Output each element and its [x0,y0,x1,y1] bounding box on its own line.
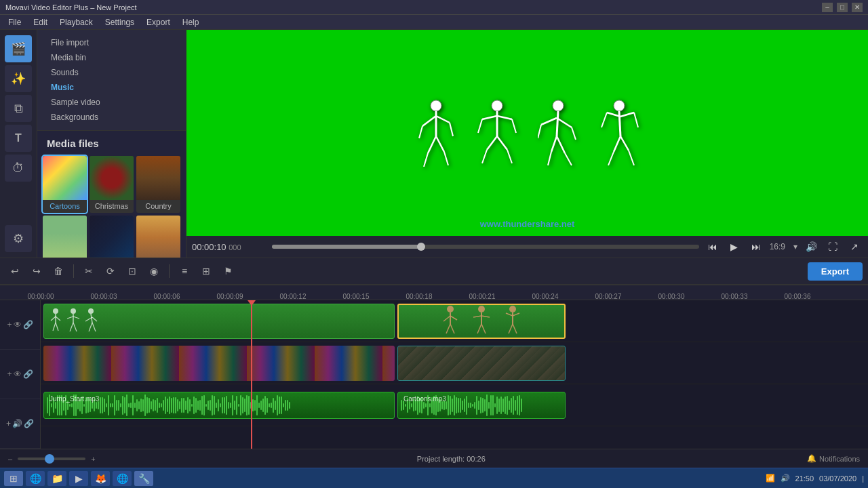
video-clip-1[interactable] [43,304,395,339]
menu-edit[interactable]: Edit [28,16,53,28]
track3-link-icon[interactable]: 🔗 [24,419,34,428]
track3-add-icon[interactable]: + [6,419,11,428]
close-button[interactable]: ✕ [852,3,863,12]
video-clip-2[interactable] [397,304,566,339]
svg-line-3 [436,116,450,123]
menu-playback[interactable]: Playback [54,16,98,28]
svg-line-25 [548,152,551,165]
scale-minus-icon[interactable]: – [8,455,12,463]
media-thumb-country[interactable]: Country [136,156,180,213]
picture-in-picture-button[interactable]: ⊞ [197,262,216,281]
svg-line-55 [92,317,97,321]
color-button[interactable]: ◉ [144,262,163,281]
fullscreen-button[interactable]: ⛶ [825,239,841,255]
taskbar-time: 21:50 [795,474,814,483]
svg-line-63 [450,324,454,333]
sidebar-history-icon[interactable]: ⏱ [5,155,32,182]
delete-button[interactable]: 🗑 [49,262,68,281]
audio-clip-1[interactable]: Jump_Start.mp3 [43,392,395,419]
media-thumb-dance-for-two[interactable]: Dance for Two [136,216,180,258]
minimize-button[interactable]: – [822,3,833,12]
track2-eye-icon[interactable]: 👁 [14,369,22,379]
scale-thumb[interactable] [45,454,54,464]
timeline-ruler: 00:00:00 00:00:03 00:00:06 00:00:09 00:0… [0,285,868,300]
copy-button[interactable]: ⟳ [101,262,120,281]
thumb-img-christmas [90,156,134,200]
taskbar-media-player-button[interactable]: ▶ [69,471,88,486]
share-button[interactable]: ↗ [846,239,863,255]
ruler-mark-9: 00:00:09 [217,293,243,300]
menu-export[interactable]: Export [141,16,176,28]
svg-line-14 [487,136,497,150]
volume-button[interactable]: 🔊 [803,239,819,255]
menu-help[interactable]: Help [177,16,205,28]
taskbar: ⊞ 🌐 📁 ▶ 🦊 🌐 🔧 📶 🔊 21:50 03/07/2020 | [0,468,868,488]
aspect-ratio-dropdown[interactable]: ▾ [793,242,797,251]
preview-area: www.thundershare.net 00:00:10 000 ⏮ ▶ ⏭ … [186,30,868,258]
svg-line-50 [70,323,73,331]
svg-line-21 [557,111,558,136]
play-button[interactable]: ▶ [726,239,743,255]
skip-back-button[interactable]: ⏮ [705,239,721,255]
track-add-icon[interactable]: + [7,320,12,329]
track-link-icon[interactable]: 🔗 [23,320,33,329]
svg-line-6 [436,136,444,152]
track2-link-icon[interactable]: 🔗 [23,369,33,379]
export-button[interactable]: Export [808,262,863,281]
cut-button[interactable]: ✂ [79,262,98,281]
bg-clip-1[interactable] [43,346,395,381]
sidebar-media-icon[interactable]: 🎬 [5,35,32,62]
nav-sounds[interactable]: Sounds [45,65,178,80]
nav-music[interactable]: Music [45,80,178,95]
svg-line-60 [443,316,450,321]
nav-backgrounds[interactable]: Backgrounds [45,110,178,125]
media-thumb-cyberpunk[interactable]: Cyberpunk [90,216,134,258]
sidebar-transitions-icon[interactable]: ⧉ [5,95,32,122]
taskbar-ie-button[interactable]: 🌐 [26,471,45,486]
taskbar-chrome-button[interactable]: 🌐 [113,471,132,486]
flag-button[interactable]: ⚑ [218,262,237,281]
svg-point-46 [71,308,76,314]
media-thumb-cartoons[interactable]: Cartoons [43,156,87,213]
track3-vol-icon[interactable]: 🔊 [12,419,22,428]
nav-file-import[interactable]: File import [45,35,178,50]
menu-settings[interactable]: Settings [100,16,140,28]
taskbar-movavi-button[interactable]: 🔧 [134,471,153,486]
redo-button[interactable]: ↪ [27,262,46,281]
ruler-mark-3: 00:00:03 [91,293,117,300]
undo-button[interactable]: ↩ [5,262,24,281]
scale-slider[interactable] [18,458,85,460]
media-nav: File import Media bin Sounds Music Sampl… [37,30,186,131]
preview-timeline-bar[interactable] [272,245,699,249]
nav-media-bin[interactable]: Media bin [45,50,178,65]
svg-line-48 [67,317,73,319]
scale-plus-icon[interactable]: + [91,455,95,463]
sidebar-text-icon[interactable]: T [5,125,32,152]
sidebar-settings-icon[interactable]: ⚙ [5,225,32,252]
skeleton-1 [416,99,456,167]
filter-button[interactable]: ≡ [175,262,194,281]
svg-line-61 [450,316,457,320]
svg-point-0 [431,100,441,111]
skip-forward-button[interactable]: ⏭ [748,239,764,255]
svg-line-22 [541,118,557,125]
notifications-button[interactable]: 🔔 Notifications [807,454,860,463]
taskbar-firefox-button[interactable]: 🦊 [91,471,110,486]
maximize-button[interactable]: □ [837,3,848,12]
nav-sample-video[interactable]: Sample video [45,95,178,110]
bg-clip-2[interactable] [397,346,566,381]
media-thumb-christmas[interactable]: Christmas [90,156,134,213]
crop-button[interactable]: ⊡ [123,262,142,281]
sidebar-effects-icon[interactable]: ✨ [5,65,32,92]
track-eye-icon[interactable]: 👁 [14,320,22,329]
svg-line-42 [51,317,56,321]
media-thumb-curious-kitten[interactable]: Curious Kitten [43,216,87,258]
taskbar-start-button[interactable]: ⊞ [4,471,23,486]
thumb-label-country: Country [136,200,180,213]
taskbar-explorer-button[interactable]: 📁 [47,471,66,486]
track2-add-icon[interactable]: + [7,369,12,379]
audio-clip-2[interactable]: Cartoons.mp3 [397,392,566,419]
menu-file[interactable]: File [3,16,26,28]
svg-line-7 [444,152,448,165]
taskbar-show-desktop[interactable]: | [862,474,864,483]
